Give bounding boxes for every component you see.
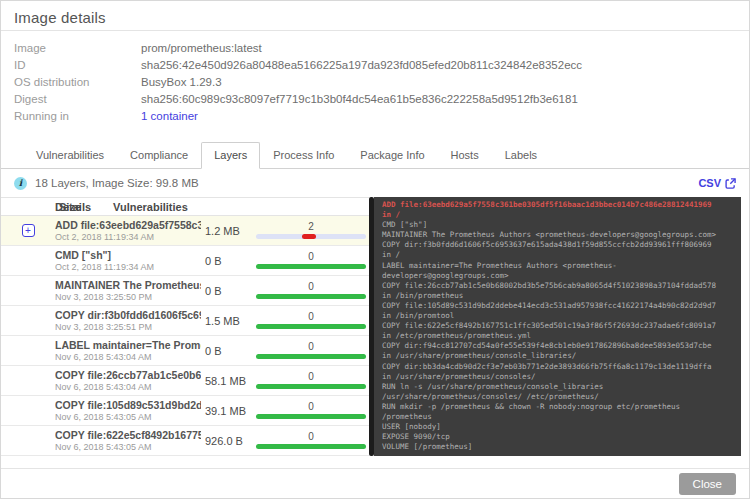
layer-date: Nov 6, 2018 5:43:04 AM (55, 382, 201, 392)
vuln-count: 0 (256, 372, 366, 382)
meta-label: Image (14, 42, 141, 54)
tab-hosts[interactable]: Hosts (438, 142, 492, 169)
meta-value-image: prom/prometheus:latest (141, 42, 262, 54)
vuln-bar (256, 444, 366, 449)
image-meta-section: Image prom/prometheus:latest ID sha256:4… (1, 31, 749, 124)
expand-cell: + (1, 224, 55, 237)
modal-header: Image details (1, 1, 749, 31)
layers-table: Details Size Vulnerabilities +ADD file:6… (1, 197, 369, 456)
vulnerabilities-cell: 2 (256, 222, 369, 239)
vuln-bar-red-segment (302, 234, 316, 239)
table-row[interactable]: MAINTAINER The Prometheus ...Nov 3, 2018… (1, 276, 369, 306)
meta-row-os: OS distribution BusyBox 1.29.3 (14, 73, 736, 90)
external-link-icon (725, 178, 736, 189)
table-row[interactable]: CMD ["sh"]Oct 2, 2018 11:19:34 AM0 B0 (1, 246, 369, 276)
layer-size: 39.1 MB (201, 405, 256, 417)
layer-date: Nov 6, 2018 5:43:05 AM (55, 412, 201, 422)
vulnerabilities-cell: 0 (256, 372, 369, 389)
code-line: in /usr/share/prometheus/console_librari… (382, 351, 733, 361)
code-line: COPY dir:bb3da4cdb90d2cf3e7eb03b771e2de3… (382, 362, 733, 372)
vulnerabilities-cell: 0 (256, 312, 369, 329)
code-line: /prometheus (382, 412, 733, 422)
meta-label: Running in (14, 110, 141, 122)
layer-size: 0 B (201, 255, 256, 267)
meta-row-image: Image prom/prometheus:latest (14, 39, 736, 56)
details-cell: COPY file:622e5cf8492b16775...Nov 6, 201… (55, 429, 201, 452)
meta-label: ID (14, 59, 141, 71)
layer-instruction: COPY file:26ccb77ab1c5e0b68... (55, 369, 201, 381)
code-line: MAINTAINER The Prometheus Authors <prome… (382, 230, 733, 240)
details-cell: COPY file:105d89c531d9bd2dd...Nov 6, 201… (55, 399, 201, 422)
vulnerabilities-cell: 0 (256, 342, 369, 359)
table-row[interactable]: LABEL maintainer=The Promet...Nov 6, 201… (1, 336, 369, 366)
vuln-count: 0 (256, 282, 366, 292)
tab-bar: Vulnerabilities Compliance Layers Proces… (1, 143, 749, 169)
code-line: /usr/share/prometheus/consoles/ /etc/pro… (382, 392, 733, 402)
layers-content: Details Size Vulnerabilities +ADD file:6… (1, 197, 749, 456)
tab-package-info[interactable]: Package Info (347, 142, 437, 169)
tab-compliance[interactable]: Compliance (117, 142, 201, 169)
meta-row-running-in: Running in 1 container (14, 107, 736, 124)
vuln-bar (256, 354, 366, 359)
layer-instruction: ADD file:63eebd629a5f7558c3... (55, 219, 201, 231)
vuln-count: 2 (256, 222, 366, 232)
meta-row-id: ID sha256:42e450d926a80488ea5166225a197d… (14, 56, 736, 73)
table-row[interactable]: COPY file:105d89c531d9bd2dd...Nov 6, 201… (1, 396, 369, 426)
column-header-vulnerabilities: Vulnerabilities (110, 201, 223, 213)
code-line: RUN ln -s /usr/share/prometheus/console_… (382, 382, 733, 392)
vuln-count: 0 (256, 312, 366, 322)
page-title: Image details (14, 9, 736, 26)
info-icon: i (14, 177, 27, 190)
tab-labels[interactable]: Labels (492, 142, 550, 169)
layer-size: 1.5 MB (201, 315, 256, 327)
csv-export-link[interactable]: CSV (698, 177, 736, 189)
details-cell: ADD file:63eebd629a5f7558c3...Oct 2, 201… (55, 219, 201, 242)
vuln-count: 0 (256, 402, 366, 412)
table-row[interactable]: +ADD file:63eebd629a5f7558c3...Oct 2, 20… (1, 216, 369, 246)
meta-value-digest: sha256:60c989c93c8097ef7719c1b3b0f4dc54e… (141, 93, 578, 105)
layers-table-body: +ADD file:63eebd629a5f7558c3...Oct 2, 20… (1, 216, 369, 456)
code-line: ADD file:63eebd629a5f7558c361be0305df5f1… (382, 200, 733, 210)
vuln-bar (256, 294, 366, 299)
running-in-link[interactable]: 1 container (141, 110, 198, 122)
vuln-bar (256, 324, 366, 329)
image-details-modal: Image details Image prom/prometheus:late… (0, 0, 750, 499)
csv-label: CSV (698, 177, 721, 189)
vulnerabilities-cell: 0 (256, 432, 369, 449)
vuln-count: 0 (256, 252, 366, 262)
code-line: RUN mkdir -p /prometheus && chown -R nob… (382, 402, 733, 412)
layer-date: Oct 2, 2018 11:19:34 AM (55, 232, 201, 242)
layer-date: Nov 3, 2018 3:25:51 PM (55, 322, 201, 332)
close-button[interactable]: Close (679, 473, 736, 495)
meta-value-id: sha256:42e450d926a80488ea5166225a197da92… (141, 59, 582, 71)
layer-size: 58.1 MB (201, 375, 256, 387)
code-line: COPY dir:f3b0fdd6d1606f5c6953637e615ada4… (382, 240, 733, 250)
code-line: in /etc/prometheus/prometheus.yml (382, 331, 733, 341)
meta-value-os: BusyBox 1.29.3 (141, 76, 222, 88)
table-row[interactable]: COPY dir:f3b0fdd6d1606f5c69...Nov 3, 201… (1, 306, 369, 336)
tab-vulnerabilities[interactable]: Vulnerabilities (23, 142, 117, 169)
meta-row-digest: Digest sha256:60c989c93c8097ef7719c1b3b0… (14, 90, 736, 107)
meta-label: Digest (14, 93, 141, 105)
code-line: LABEL maintainer=The Prometheus Authors … (382, 261, 733, 271)
vuln-bar (256, 234, 366, 239)
layer-instruction: LABEL maintainer=The Promet... (55, 339, 201, 351)
layer-date: Nov 3, 2018 3:25:50 PM (55, 292, 201, 302)
vulnerabilities-cell: 0 (256, 402, 369, 419)
table-row[interactable]: COPY file:26ccb77ab1c5e0b68...Nov 6, 201… (1, 366, 369, 396)
code-line: in / (382, 250, 733, 260)
column-header-size: Size (55, 201, 110, 213)
table-row[interactable]: COPY file:622e5cf8492b16775...Nov 6, 201… (1, 426, 369, 456)
layer-size: 0 B (201, 345, 256, 357)
code-line: COPY dir:f94cc812707cd54a0fe55e539f4e8cb… (382, 341, 733, 351)
vulnerabilities-cell: 0 (256, 282, 369, 299)
tab-layers[interactable]: Layers (201, 142, 260, 169)
code-line: CMD ["sh"] (382, 220, 733, 230)
layer-instruction: COPY file:622e5cf8492b16775... (55, 429, 201, 441)
code-line: USER [nobody] (382, 422, 733, 432)
details-cell: CMD ["sh"]Oct 2, 2018 11:19:34 AM (55, 249, 201, 272)
tab-process-info[interactable]: Process Info (260, 142, 347, 169)
vuln-bar (256, 414, 366, 419)
expand-row-button[interactable]: + (22, 224, 35, 237)
code-line: EXPOSE 9090/tcp (382, 432, 733, 442)
